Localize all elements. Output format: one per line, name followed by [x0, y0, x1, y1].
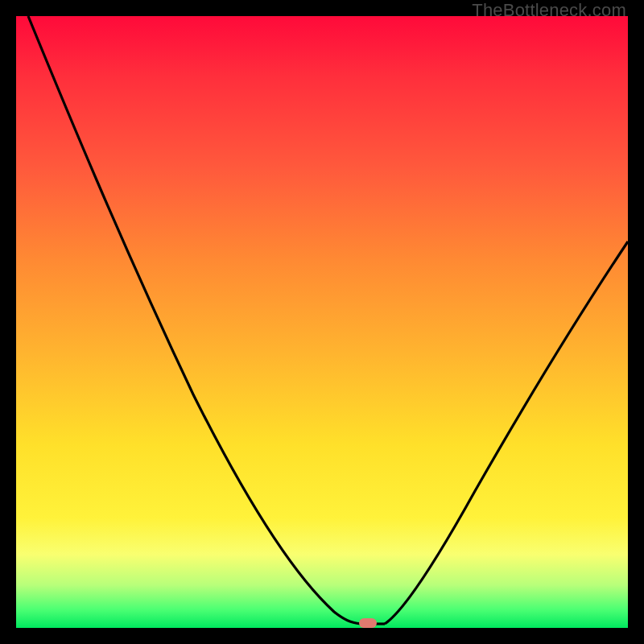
chart-frame: TheBottleneck.com [0, 0, 644, 644]
curve-left-branch [28, 16, 365, 624]
bottleneck-curve [16, 16, 628, 628]
plot-area [16, 16, 628, 628]
curve-right-branch [385, 242, 628, 624]
optimal-point-marker [359, 618, 377, 628]
